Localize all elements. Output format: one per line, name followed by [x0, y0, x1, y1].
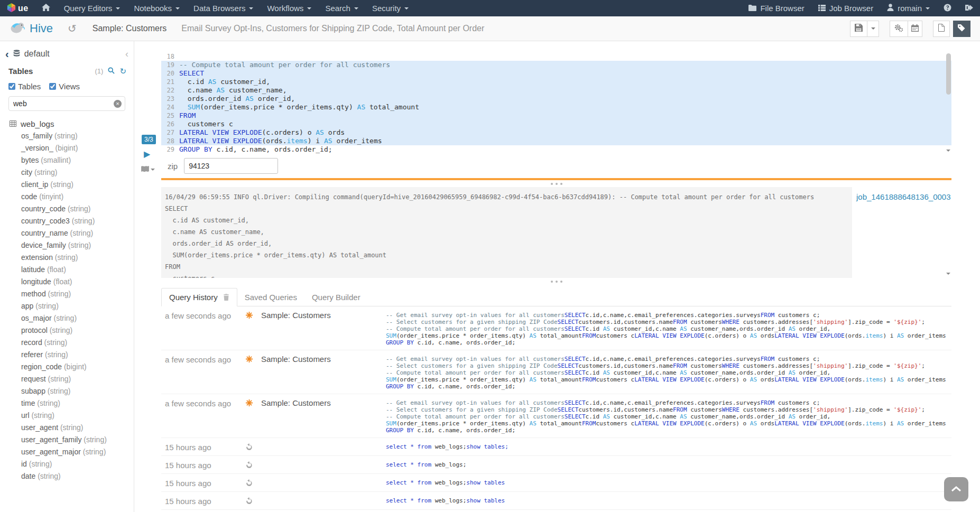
column-item[interactable]: date (string) — [21, 472, 134, 484]
views-checkbox-input[interactable] — [49, 83, 56, 90]
nav-menu-security[interactable]: Security — [365, 0, 415, 16]
tags-button[interactable] — [953, 21, 970, 37]
history-row[interactable]: 15 hours agoselect * from web_logs; — [161, 456, 951, 474]
scroll-down-icon[interactable] — [945, 147, 951, 154]
column-item[interactable]: latitude (float) — [21, 265, 134, 277]
history-row[interactable]: 15 hours agoselect * from web_logs;show … — [161, 492, 951, 510]
history-row[interactable]: a few seconds agoSample: Customers-- Get… — [161, 394, 951, 438]
user-menu[interactable]: romain — [880, 0, 937, 16]
schedule-button[interactable] — [908, 21, 922, 37]
format-menu-button[interactable] — [141, 165, 155, 174]
editor-line[interactable]: 22 c.name AS customer_name, — [161, 86, 951, 95]
filter-tables-checkbox[interactable]: Tables — [8, 82, 41, 91]
column-item[interactable]: city (string) — [21, 168, 134, 180]
column-item[interactable]: bytes (smallint) — [21, 156, 134, 168]
file-browser-button[interactable]: File Browser — [742, 0, 811, 16]
trash-icon[interactable] — [223, 294, 229, 301]
tab-query-builder[interactable]: Query Builder — [304, 288, 368, 306]
editor-line[interactable]: 20SELECT — [161, 69, 951, 78]
editor-line[interactable]: 29GROUP BY c.id, c.name, ords.order_id; — [161, 145, 951, 154]
resize-handle[interactable] — [161, 278, 951, 285]
clear-filter-icon[interactable]: × — [114, 100, 122, 108]
editor-line[interactable]: 26 customers c — [161, 120, 951, 128]
column-item[interactable]: os_major (string) — [21, 314, 134, 326]
home-button[interactable] — [35, 0, 57, 16]
column-item[interactable]: method (string) — [21, 290, 134, 302]
editor-line[interactable]: 27LATERAL VIEW EXPLODE(c.orders) o AS or… — [161, 128, 951, 137]
history-row[interactable]: a few seconds agoSample: Customers-- Get… — [161, 350, 951, 394]
column-item[interactable]: os_family (string) — [21, 132, 134, 144]
column-item[interactable]: user_agent (string) — [21, 423, 134, 435]
nav-menu-search[interactable]: Search — [318, 0, 365, 16]
refresh-icon[interactable]: ↻ — [119, 67, 126, 75]
hue-logo[interactable]: ue — [0, 0, 35, 16]
save-button[interactable] — [850, 21, 867, 37]
variable-input[interactable] — [184, 158, 278, 174]
column-item[interactable]: time (string) — [21, 399, 134, 411]
app-name[interactable]: Hive — [30, 22, 53, 35]
column-item[interactable]: app (string) — [21, 302, 134, 314]
history-row[interactable]: 15 hours agoselect * from web_logs;show … — [161, 438, 951, 456]
settings-button[interactable] — [890, 21, 908, 37]
save-dropdown-button[interactable] — [867, 21, 879, 37]
sql-editor[interactable]: 1819-- Compute total amount per order fo… — [161, 52, 951, 154]
query-history-icon[interactable]: ↺ — [68, 22, 77, 35]
tab-query-history[interactable]: Query History — [161, 288, 237, 306]
column-item[interactable]: region_code (bigint) — [21, 362, 134, 375]
column-item[interactable]: record (string) — [21, 338, 134, 350]
nav-menu-query-editors[interactable]: Query Editors — [57, 0, 127, 16]
nav-menu-notebooks[interactable]: Notebooks — [127, 0, 187, 16]
column-item[interactable]: url (string) — [21, 411, 134, 423]
column-item[interactable]: country_code3 (string) — [21, 217, 134, 229]
history-row[interactable]: a few seconds agoSample: Customers-- Get… — [161, 306, 951, 350]
scrollbar-thumb[interactable] — [946, 53, 951, 95]
filter-views-checkbox[interactable]: Views — [49, 82, 80, 91]
scroll-down-icon[interactable] — [945, 271, 951, 277]
resize-handle[interactable] — [161, 180, 951, 187]
logout-button[interactable] — [958, 0, 980, 16]
job-browser-button[interactable]: Job Browser — [811, 0, 880, 16]
nav-menu-data-browsers[interactable]: Data Browsers — [187, 0, 260, 16]
column-item[interactable]: request (string) — [21, 375, 134, 387]
column-item[interactable]: protocol (string) — [21, 326, 134, 338]
column-item[interactable]: longitude (float) — [21, 277, 134, 290]
execute-button[interactable]: ▶ — [144, 150, 150, 159]
tab-saved-queries[interactable]: Saved Queries — [237, 288, 304, 306]
back-chevron-icon[interactable]: ‹ — [5, 49, 9, 59]
column-item[interactable]: id (string) — [21, 460, 134, 472]
table-filter-input[interactable] — [8, 96, 125, 111]
column-item[interactable]: extension (string) — [21, 253, 134, 265]
column-item[interactable]: client_ip (string) — [21, 180, 134, 192]
column-item[interactable]: user_agent_family (string) — [21, 435, 134, 448]
column-item[interactable]: device_family (string) — [21, 241, 134, 253]
column-item[interactable]: referer (string) — [21, 350, 134, 362]
column-item[interactable]: _version_ (bigint) — [21, 144, 134, 156]
save-icon — [855, 24, 863, 33]
history-row[interactable]: 15 hours agoselect * from web_logs;show … — [161, 510, 951, 512]
tables-checkbox-input[interactable] — [8, 83, 15, 90]
editor-line[interactable]: 18 — [161, 52, 951, 61]
collapse-chevron-icon[interactable]: ‹ — [125, 49, 128, 59]
table-item-web-logs[interactable]: web_logs — [10, 119, 125, 128]
editor-line[interactable]: 21 c.id AS customer_id, — [161, 78, 951, 86]
job-link[interactable]: job_1461888648136_0003 — [856, 192, 951, 201]
column-item[interactable]: subapp (string) — [21, 387, 134, 399]
database-name[interactable]: default — [24, 49, 50, 59]
column-item[interactable]: code (tinyint) — [21, 192, 134, 204]
editor-line[interactable]: 25FROM — [161, 111, 951, 120]
editor-scrollbar[interactable] — [945, 52, 951, 154]
nav-menu-workflows[interactable]: Workflows — [260, 0, 318, 16]
editor-line[interactable]: 28LATERAL VIEW EXPLODE(ords.items) i AS … — [161, 137, 951, 145]
column-item[interactable]: user_agent_major (string) — [21, 448, 134, 460]
column-item[interactable]: country_name (string) — [21, 229, 134, 241]
search-icon[interactable] — [108, 67, 115, 75]
editor-line[interactable]: 19-- Compute total amount per order for … — [161, 61, 951, 69]
grip-dots-icon — [556, 183, 558, 185]
help-button[interactable] — [937, 0, 958, 16]
editor-line[interactable]: 23 ords.order_id AS order_id, — [161, 95, 951, 103]
column-item[interactable]: country_code (string) — [21, 204, 134, 217]
editor-line[interactable]: 24 SUM(order_items.price * order_items.q… — [161, 103, 951, 111]
new-document-button[interactable] — [933, 21, 950, 37]
scroll-to-top-button[interactable] — [944, 477, 968, 501]
history-row[interactable]: 15 hours agoselect * from web_logs;show … — [161, 474, 951, 492]
